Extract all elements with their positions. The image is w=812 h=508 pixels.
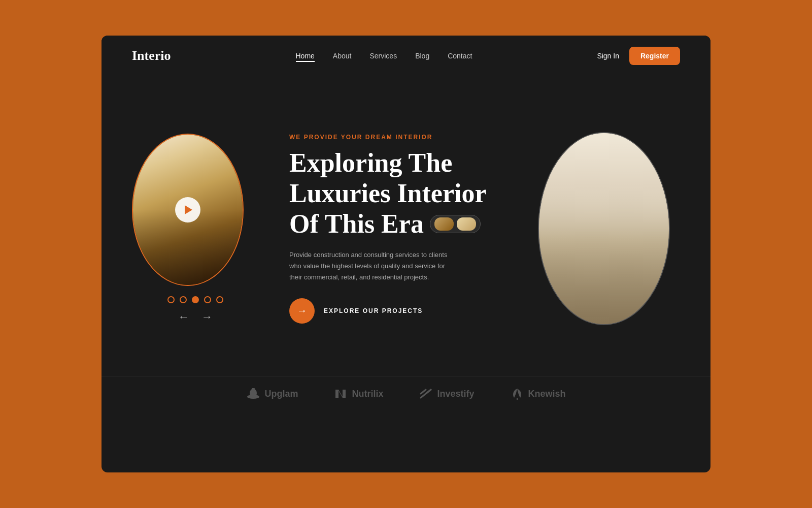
thumbnail-pill[interactable] <box>430 215 481 233</box>
nav-actions: Sign In Register <box>597 47 680 65</box>
nav-links: Home About Services Blog Contact <box>296 51 472 60</box>
nav-item-contact[interactable]: Contact <box>448 51 472 60</box>
register-button[interactable]: Register <box>629 47 680 65</box>
nav-item-home[interactable]: Home <box>296 51 315 60</box>
hero-title: Exploring The Luxuries Interior Of This … <box>289 148 518 239</box>
svg-rect-2 <box>252 388 255 390</box>
dot-3-active[interactable] <box>192 296 199 303</box>
svg-line-4 <box>426 390 431 394</box>
dot-2[interactable] <box>180 296 187 303</box>
n-icon <box>333 387 348 401</box>
partner-investify: Investify <box>419 387 474 401</box>
cta-button[interactable]: → <box>289 298 315 324</box>
nav-item-about[interactable]: About <box>333 51 352 60</box>
nav-link-about[interactable]: About <box>333 52 352 60</box>
left-image-container: ← → <box>132 134 259 324</box>
title-line3-text: Of This Era <box>289 209 424 239</box>
carousel-dots <box>132 296 259 303</box>
nav-link-blog[interactable]: Blog <box>415 52 429 60</box>
dot-1[interactable] <box>167 296 175 303</box>
nav-link-services[interactable]: Services <box>369 52 397 60</box>
dot-4[interactable] <box>204 296 211 303</box>
carousel-arrows: ← → <box>132 310 259 324</box>
partner-upglam-name: Upglam <box>264 389 298 399</box>
sign-in-button[interactable]: Sign In <box>597 52 619 60</box>
cta-label: EXPLORE OUR PROJECTS <box>324 307 423 314</box>
nav-link-home[interactable]: Home <box>296 52 315 62</box>
left-oval-image <box>132 134 244 286</box>
partner-knewish-name: Knewish <box>528 389 566 399</box>
hat-icon <box>246 387 260 401</box>
svg-line-5 <box>421 390 426 394</box>
tagline: WE PROVIDE YOUR DREAM INTERIOR <box>289 134 518 141</box>
play-button[interactable] <box>175 197 200 223</box>
leaf-icon <box>510 387 524 401</box>
title-line1: Exploring The <box>289 148 452 177</box>
hero-description: Provide construction and consulting serv… <box>289 249 452 283</box>
living-room-image <box>539 133 669 324</box>
right-image-container <box>538 132 680 325</box>
thumb-image-2 <box>457 217 476 231</box>
title-line3-container: Of This Era <box>289 209 518 239</box>
svg-point-1 <box>250 389 257 398</box>
right-oval-image <box>538 132 670 325</box>
partners-bar: Upglam Nutrilix Investify Knewish <box>101 376 710 411</box>
partner-nutrilix: Nutrilix <box>333 387 383 401</box>
nav-item-services[interactable]: Services <box>369 51 397 60</box>
thumb-image-1 <box>434 217 454 231</box>
arrow-prev[interactable]: ← <box>178 310 189 324</box>
cta-arrow-icon: → <box>289 298 315 324</box>
partner-investify-name: Investify <box>437 389 474 399</box>
browser-window: Interio Home About Services Blog Contact… <box>101 36 710 472</box>
dot-5[interactable] <box>216 296 223 303</box>
partner-knewish: Knewish <box>510 387 566 401</box>
partner-nutrilix-name: Nutrilix <box>352 389 383 399</box>
partner-upglam: Upglam <box>246 387 298 401</box>
nav-link-contact[interactable]: Contact <box>448 52 472 60</box>
main-content: ← → WE PROVIDE YOUR DREAM INTERIOR Explo… <box>101 76 710 371</box>
nav-item-blog[interactable]: Blog <box>415 51 429 60</box>
hero-text: WE PROVIDE YOUR DREAM INTERIOR Exploring… <box>279 134 528 324</box>
cta-row: → EXPLORE OUR PROJECTS <box>289 298 518 324</box>
logo[interactable]: Interio <box>132 48 171 64</box>
navbar: Interio Home About Services Blog Contact… <box>101 36 710 76</box>
arrow-next[interactable]: → <box>201 310 213 324</box>
title-line2: Luxuries Interior <box>289 179 487 208</box>
chart-icon <box>419 387 433 401</box>
